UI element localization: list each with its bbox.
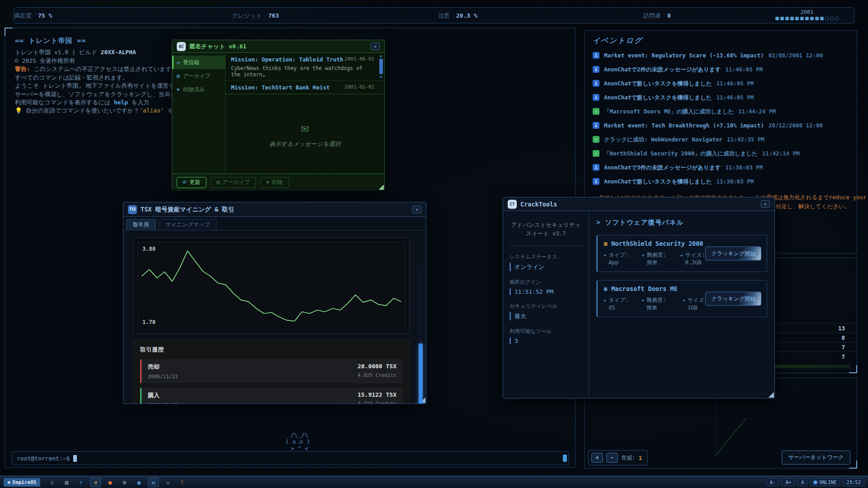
tsx-window: TSX TSX 暗号資産マイニング & 取引 ✕ 取引所マイニングマップ 3.8… [123,202,426,404]
font-increase-button[interactable]: A+ [782,478,795,486]
message-empty-state: ✉ 表示するメッセージを選択 [226,94,384,174]
event-text: AnonChatで新しいタスクを獲得しました [604,178,712,186]
close-icon[interactable]: ✕ [761,200,770,208]
stat-value: 0 [667,12,671,19]
upload-icon[interactable]: ↑ [75,478,86,487]
globe-icon[interactable]: ◉ [133,478,144,487]
chat-folder-item[interactable]: ✖ 削除済み [172,83,225,96]
top-stat: 訪問者0 [643,12,671,20]
event-log-entry: i Market event: Regulatory Scare (-13.68… [593,52,849,66]
message-row[interactable]: Mission: TechStart Bank Heist 2001-02-01 [226,81,384,94]
event-type-icon: ✓ [593,108,599,115]
anonchat-window: AC 匿名チャット v0.61 ✕ ✉ 受信箱 ▤ アーカイブ ✖ 削除済み [172,40,385,191]
scroll-up-icon[interactable]: ▲ [380,54,382,58]
chat-icon[interactable]: ✉ [148,478,159,487]
threat-decrease-button[interactable]: - [606,453,618,463]
year-label: 2001 [775,9,839,15]
chart-max-label: 3.80 [142,246,156,252]
message-row[interactable]: Mission: Operation: Tabloid Truth 2001-0… [226,53,384,81]
input-indicator [563,455,567,462]
font-reset-button[interactable]: A [797,478,807,486]
terminal-input[interactable]: root@torrent:~$ [12,451,569,465]
system-stat: 最終ログイン 11:51:52 PM [509,279,582,295]
cracktools-titlebar[interactable]: CT CrackTools ✕ [503,197,774,211]
fox-browser-icon[interactable]: ● [104,478,115,487]
chat-folder-item[interactable]: ▤ アーカイブ [172,69,225,83]
server-network-button[interactable]: サーバーネットワーク [782,450,850,465]
crack-icon[interactable]: ⚔ [162,478,173,487]
trade-history-section: 取引履歴 売却 2000/11/23 20.0000 TSX 4.025 Cre… [133,340,410,404]
cracktools-window: CT CrackTools ✕ アドバンストセキュリティ スイート v3.7 シ… [503,197,775,399]
tsx-tab[interactable]: 取引所 [126,219,156,230]
chat-folder-item[interactable]: ✉ 受信箱 [172,56,225,69]
event-type-icon: ✓ [593,150,599,157]
price-chart-box: 3.80 1.70 [133,238,410,333]
chat-action-button[interactable]: ▤ アーカイブ [211,177,256,188]
close-icon[interactable]: ✕ [412,206,421,213]
resize-grip[interactable] [769,392,774,398]
gear-icon[interactable]: ⚙ [119,478,130,487]
system-monitor-icon[interactable]: ⌂ [47,478,57,487]
top-stats-bar: クレジット763 注意20.3 % 訪問者0 満足度75 % 2001 [14,7,854,23]
scrollbar-thumb[interactable] [379,59,383,74]
stat-label: 注意 [438,12,450,19]
system-stat: システムステータス オンライン [509,253,582,271]
resize-grip[interactable] [378,184,384,190]
stat-label: 満足度 [14,12,32,19]
inbox-icon: ✉ [177,60,180,66]
cracktools-body: アドバンストセキュリティ スイート v3.7 システムステータス オンライン 最… [503,211,774,398]
anonchat-app-icon: AC [177,42,186,51]
top-stat: クレジット763 [232,12,279,20]
event-type-icon: i [593,122,599,129]
stat-value: 20.3 % [456,12,477,19]
close-icon[interactable]: ✕ [371,42,380,50]
software-detail: タイプ: OS [604,296,631,312]
event-text: クラックに成功: WebWanderer Navigator [604,136,722,144]
news-icon[interactable]: ▤ [61,478,72,487]
anonchat-title: 匿名チャット v0.61 [189,42,246,51]
trade-row[interactable]: 購入 2000/11/22 15.9122 TSX 4.713 Credits [140,388,403,404]
event-type-icon: i [593,178,599,185]
wrench-tools-icon[interactable]: ⚒ [90,478,101,487]
event-time: 20/12/2000 12:00 [769,122,823,129]
tsx-scrollbar-thumb[interactable] [419,343,423,404]
chat-action-button[interactable]: ✖ 削除 [260,177,289,188]
archive-icon: ▤ [177,73,180,79]
chat-button-label: アーカイブ [222,178,250,186]
start-crack-button[interactable]: クラッキング開始 [705,291,761,305]
start-crack-button[interactable]: クラッキング開始 [705,246,761,260]
server-stat-value: 8 [841,334,845,341]
server-stat-value: 7 [841,353,845,360]
trade-row[interactable]: 売却 2000/11/23 20.0000 TSX 4.025 Credits [140,359,403,383]
anonchat-titlebar[interactable]: AC 匿名チャット v0.61 ✕ [172,40,384,53]
ascii-cat-art: /\_/\ ( o.o ) > ^ < [285,432,310,452]
event-log-entry: ✓ 「Macrosoft Doors ME」の購入に成功しました 11:44:2… [593,108,849,122]
threat-label: 脅威: [621,454,635,462]
event-type-icon: i [593,164,599,171]
tsx-titlebar[interactable]: TSX TSX 暗号資産マイニング & 取引 ✕ [123,202,426,217]
event-log-entry: ✓ 「NorthShield Security 2000」の購入に成功しました … [593,150,849,164]
system-stat: 利用可能なツール 3 [509,328,582,344]
font-decrease-button[interactable]: A- [766,478,779,486]
threat-increase-button[interactable]: + [591,453,603,463]
message-list-scrollbar[interactable]: ▲ ▼ [378,54,383,103]
event-log-entry: i AnonChatで3件の未読メッセージがあります 11:30:03 PM [593,164,849,178]
event-text: 「NorthShield Security 2000」の購入に成功しました [604,150,758,158]
moon-icon[interactable]: ☾ [177,478,188,487]
event-type-icon: i [593,52,599,59]
message-date: 2001-06-01 [344,56,374,63]
terminal-prompt: root@torrent:~$ [17,455,70,462]
tsx-app-icon: TSX [128,205,137,214]
tsx-tab[interactable]: マイニングマップ [159,219,217,230]
software-name: NorthShield Security 2000 [611,240,703,247]
event-time: 11:44:24 PM [738,108,776,115]
event-type-icon: i [593,66,599,73]
terminal-cursor [73,455,77,462]
cracktools-app-icon: CT [508,200,517,209]
system-stats: システムステータス オンライン 最終ログイン 11:51:52 PM セキュリテ… [509,253,582,344]
trade-rows: 売却 2000/11/23 20.0000 TSX 4.025 Credits … [140,359,403,404]
scroll-down-icon[interactable]: ▼ [380,75,382,79]
os-start-button[interactable]: ▣ EmpireOS [4,478,40,487]
chat-action-button[interactable]: ⟳ 更新 [177,177,206,188]
archive-icon: ▤ [217,179,220,185]
